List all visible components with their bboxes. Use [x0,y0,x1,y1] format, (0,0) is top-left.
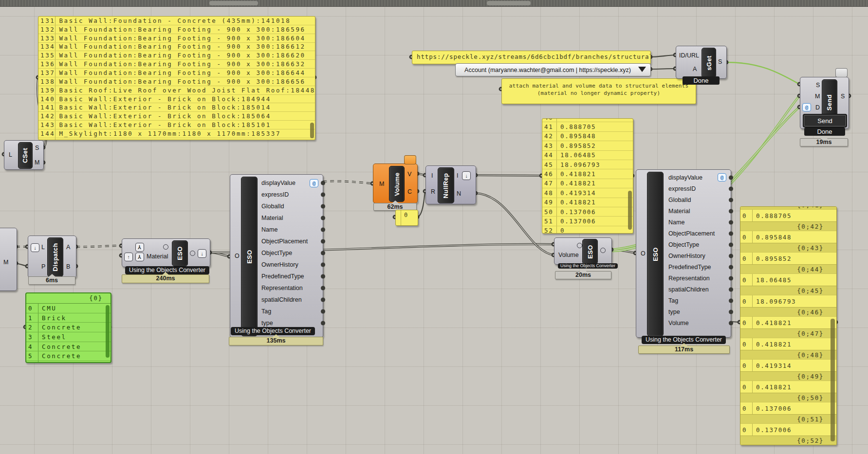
output-grip[interactable] [321,251,325,255]
input-label: L [41,244,45,251]
wire-url-to-sget[interactable] [650,55,675,57]
list-item: 0 0.895848 [740,231,836,243]
output-grip[interactable] [729,287,733,291]
node-expand-speckle-object-2[interactable]: O ESO displayValue @ expressID @ GlobalI… [636,169,731,338]
wire-dispatch-a-to-extend-material[interactable] [76,246,121,247]
list-item: 137 Wall Foundation:Bearing Footing - 90… [38,68,315,77]
node-label-strip[interactable]: ESO [582,239,598,264]
node-label-strip[interactable]: Volume [389,166,405,202]
scrollbar[interactable] [831,319,835,441]
panel-note[interactable]: attach material and volume data to struc… [501,78,696,104]
node-label-strip[interactable]: sGet [702,48,716,78]
node-label-strip[interactable]: CSet [18,142,33,169]
panel-stream-url[interactable]: https://speckle.xyz/streams/6d6cbc1bdf/b… [412,51,651,64]
node-expand-speckle-object-1[interactable]: O ESO displayValue @ expressID @ GlobalI… [230,174,323,338]
node-cset[interactable]: L CSet S M [4,140,44,170]
input-label: M [379,181,384,187]
account-dropdown[interactable]: Account (maryanne.wachter@gmail.com | ht… [455,63,651,76]
wire-sget-to-send-s[interactable] [726,62,799,84]
output-grip[interactable] [321,181,325,185]
node-label-strip[interactable]: NullRep [438,167,454,203]
output-grip[interactable] [729,309,733,314]
send-button[interactable]: Send [803,114,847,127]
status-badge: Done [804,127,845,136]
grasshopper-canvas[interactable]: 131 Basic Wall:Foundation - Concrete (43… [0,0,868,454]
node-partial-left[interactable]: M [0,228,17,291]
scrollbar[interactable] [628,191,632,230]
output-grip[interactable] [729,198,733,202]
output-label: B [66,263,70,270]
output-grip[interactable] [321,274,325,279]
output-grip[interactable] [729,231,733,236]
note-line: (material no longer dynamic property) [502,90,696,97]
output-grip[interactable] [729,175,733,180]
node-volume[interactable]: M Volume V C [373,163,418,203]
output-grip[interactable] [321,309,325,314]
output-grip[interactable] [729,209,733,213]
list-item: 134 Wall Foundation:Bearing Footing - 90… [38,42,315,51]
node-label-strip[interactable]: ESO [241,177,258,336]
panel-volume-values[interactable]: 40 41 0.888705 42 0.895848 43 0.895852 4… [542,118,633,234]
list-item: 40 [542,118,633,122]
list-item: 142 Basic Wall:Exterior - Brick on Block… [38,111,315,120]
output-grip[interactable] [321,286,325,291]
output-row: ObjectPlacement @ [668,228,731,239]
output-grip[interactable] [321,298,325,302]
output-grip[interactable] [729,298,733,303]
list-item: 52 0 [542,226,633,234]
output-grip[interactable] [729,254,733,258]
list-item: 133 Wall Foundation:Bearing Footing - 90… [38,34,315,42]
panel-walls-list[interactable]: 131 Basic Wall:Foundation - Concrete (43… [38,16,315,140]
warning-balloon-icon[interactable] [404,155,416,164]
wire-nullrep-i-to-volumes-panel[interactable] [476,175,541,176]
comment-balloon-icon[interactable] [835,68,848,77]
output-grip[interactable] [321,321,325,326]
node-nullrep[interactable]: I R NullRep I ↓ N [425,165,476,204]
output-row: Tag @ [668,295,731,306]
output-grip[interactable] [321,204,325,209]
output-grip[interactable] [321,216,325,220]
panel-tree-values[interactable]: {0;41} 0 0.888705 {0;42} 0 0.895848 {0;4… [740,206,837,445]
node-sget[interactable]: ID/URL A sGet S [676,46,727,79]
account-label: Account (maryanne.wachter@gmail.com | ht… [464,67,631,73]
graft-icon: ↑ [124,253,133,261]
output-grip[interactable] [321,239,325,244]
runtime-badge: 135ms [229,337,323,345]
scrollbar[interactable] [106,305,110,358]
wire-account-to-sget[interactable] [650,69,675,69]
output-label: M [35,159,39,166]
panel-zero[interactable]: 0 [395,210,418,226]
list-item: 44 18.06485 [542,150,633,160]
output-grip[interactable] [321,193,325,197]
output-grip[interactable] [321,263,325,267]
output-grip[interactable] [321,228,325,232]
panel-materials[interactable]: {0} 0 CMU 1 Brick 2 Concrete 3 Steel 4 C… [25,292,111,363]
node-dispatch[interactable]: ↓ L P Dispatch A B [28,236,76,278]
output-grip[interactable] [729,321,733,325]
output-row: OwnerHistory @ [261,259,323,271]
output-grip[interactable] [729,276,733,280]
scrollbar[interactable] [310,123,314,138]
output-row: Tag @ [261,306,323,317]
output-label: C [407,188,412,195]
note-line: attach material and volume data to struc… [502,82,696,90]
output-grip[interactable] [729,220,733,224]
empty-port-icon [190,251,195,256]
node-label-strip[interactable]: ESO [647,172,664,336]
node-label-strip[interactable]: Dispatch [47,237,63,277]
list-item: 43 0.895852 [542,141,633,150]
node-extend-speckle-object-volume[interactable]: Volume ESO [554,237,612,265]
node-label-strip[interactable]: ESO [172,240,188,266]
wire-displayvalue-to-volume[interactable] [323,181,372,183]
list-item: 0 0.418821 [740,338,836,350]
list-item: 5 Concrete [26,351,111,361]
runtime-badge: 20ms [555,271,611,279]
wire-zero-panel-to-nullrep-r[interactable] [417,192,425,217]
output-grip[interactable] [729,186,733,191]
dropdown-arrow-icon[interactable] [638,67,646,72]
list-item: {0;47} [740,328,836,338]
output-grip[interactable] [729,242,733,247]
node-extend-speckle-object-material[interactable]: Y ↑ Y Material ESO ↓ [122,238,210,267]
output-grip[interactable] [729,265,733,269]
runtime-badge: 6ms [28,276,75,285]
